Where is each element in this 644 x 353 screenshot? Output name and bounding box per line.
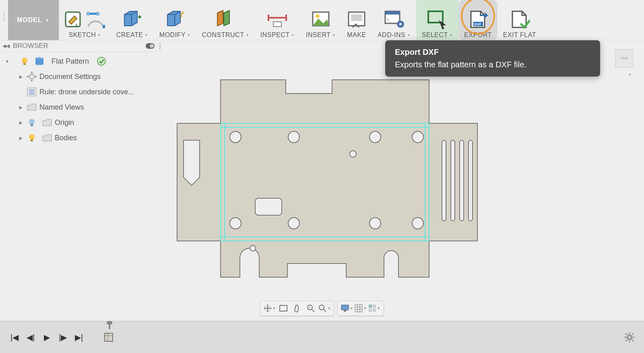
svg-point-83 (628, 336, 630, 338)
toolbar-export[interactable]: DXF EXPORT (458, 0, 497, 40)
workspace-switcher[interactable]: MODEL (8, 0, 59, 40)
toolbar-items: SKETCH CREATE (59, 0, 542, 40)
timeline-end-button[interactable]: ▶| (72, 331, 85, 344)
view-cube-menu-icon[interactable]: ▼ (628, 73, 632, 77)
grid-settings-button[interactable] (354, 302, 367, 314)
svg-line-91 (632, 333, 634, 334)
toolbar-modify[interactable]: MODIFY (154, 0, 196, 40)
timeline-feature[interactable] (101, 329, 118, 345)
zoom-button[interactable]: + (304, 302, 318, 314)
tooltip-body: Exports the flat pattern as a DXF file. (395, 60, 590, 69)
svg-line-64 (312, 309, 314, 312)
svg-rect-18 (428, 11, 443, 23)
toolbar-make[interactable]: MAKE (341, 0, 372, 40)
modify-icon (165, 10, 185, 29)
timeline-step-fwd-button[interactable]: |▶ (56, 331, 69, 344)
timeline-step-back-button[interactable]: ◀| (24, 331, 37, 344)
canvas[interactable]: TOP ▼ (0, 40, 644, 321)
nav-toolbar: + (260, 301, 384, 316)
svg-rect-68 (341, 305, 349, 310)
flat-pattern-drawing (173, 60, 503, 288)
svg-rect-39 (442, 140, 446, 221)
svg-line-90 (625, 340, 627, 341)
svg-rect-76 (373, 305, 376, 308)
export-dxf-icon: DXF (468, 10, 489, 29)
svg-point-46 (412, 131, 423, 143)
view-cube[interactable]: TOP (615, 49, 634, 68)
toolbar-sketch[interactable]: SKETCH (59, 0, 111, 40)
tooltip-title: Export DXF (395, 48, 590, 57)
svg-line-67 (324, 309, 326, 312)
svg-text:DXF: DXF (474, 22, 482, 26)
timeline-play-button[interactable]: ▶ (40, 331, 53, 344)
workspace-label: MODEL (17, 17, 42, 24)
addins-icon: >_ (384, 10, 405, 29)
svg-point-53 (250, 245, 256, 251)
svg-rect-8 (273, 22, 281, 27)
svg-point-17 (399, 23, 402, 25)
svg-text:>_: >_ (387, 17, 392, 22)
sketch-icon (65, 10, 105, 29)
svg-rect-62 (280, 305, 287, 311)
svg-rect-41 (460, 140, 464, 221)
svg-point-49 (230, 218, 241, 229)
timeline: |◀ ◀| ▶ |▶ ▶| (0, 321, 644, 353)
svg-rect-40 (451, 140, 455, 221)
look-at-button[interactable] (277, 302, 290, 314)
svg-rect-78 (373, 309, 376, 312)
toolbar-insert[interactable]: INSERT (300, 0, 341, 40)
svg-point-44 (288, 131, 299, 143)
svg-rect-70 (355, 305, 362, 312)
toolbar-select[interactable]: SELECT (416, 0, 459, 40)
viewport-settings-button[interactable] (367, 302, 381, 314)
create-icon (122, 10, 142, 29)
make-icon (347, 10, 366, 29)
svg-point-66 (319, 305, 324, 310)
svg-point-10 (316, 14, 320, 18)
select-icon (427, 10, 448, 29)
svg-point-3 (97, 12, 99, 15)
svg-rect-75 (369, 305, 372, 308)
zoom-window-button[interactable] (318, 302, 331, 314)
svg-point-51 (369, 218, 381, 229)
svg-rect-14 (385, 11, 400, 15)
timeline-marker-icon[interactable] (109, 324, 110, 329)
svg-rect-69 (344, 310, 346, 311)
svg-rect-12 (351, 15, 362, 21)
timeline-start-button[interactable]: |◀ (8, 331, 21, 344)
svg-rect-42 (469, 140, 473, 221)
toolbar-construct[interactable]: CONSTRUCT (196, 0, 254, 40)
display-settings-button[interactable] (340, 302, 354, 314)
svg-point-43 (230, 131, 241, 143)
main-toolbar: MODEL SKETCH (0, 0, 644, 40)
insert-icon (311, 10, 330, 29)
timeline-settings-button[interactable] (623, 331, 636, 344)
toolbar-grip[interactable] (0, 12, 8, 21)
svg-line-88 (625, 333, 627, 334)
toolbar-addins[interactable]: >_ ADD-INS (372, 0, 416, 40)
toolbar-exit-flat[interactable]: EXIT FLAT (497, 0, 542, 40)
exit-flat-icon (509, 10, 530, 29)
toolbar-create[interactable]: CREATE (111, 0, 154, 40)
svg-rect-79 (105, 333, 113, 341)
svg-point-45 (369, 131, 381, 143)
svg-rect-48 (255, 198, 282, 215)
svg-point-47 (350, 151, 356, 157)
construct-icon (214, 10, 237, 29)
svg-rect-77 (369, 309, 372, 312)
svg-rect-4 (103, 25, 105, 28)
svg-text:+: + (309, 305, 311, 309)
toolbar-inspect[interactable]: INSPECT (255, 0, 300, 40)
svg-line-89 (632, 340, 634, 341)
svg-point-52 (412, 218, 423, 229)
svg-point-2 (87, 12, 89, 15)
svg-point-50 (288, 218, 299, 229)
export-tooltip: Export DXF Exports the flat pattern as a… (385, 40, 600, 77)
inspect-icon (266, 10, 289, 29)
orbit-button[interactable] (263, 302, 277, 314)
pan-button[interactable] (290, 302, 304, 314)
